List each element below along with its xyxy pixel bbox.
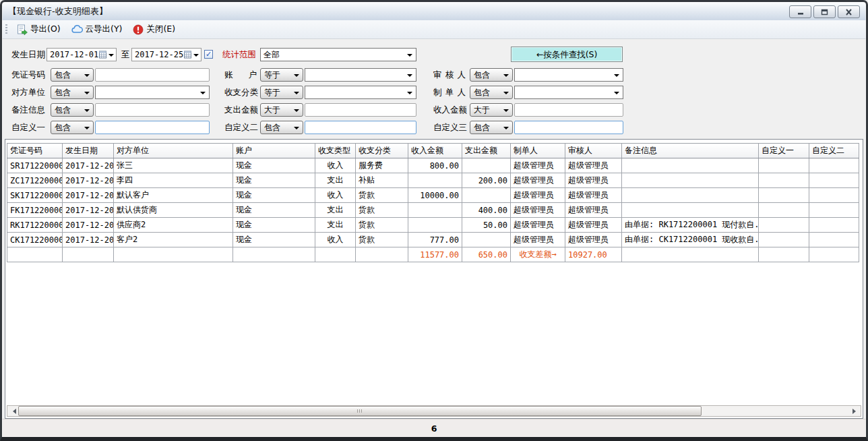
table-row[interactable]: CK17122000012017-12-20客户2现金收入货款777.00超级管… [7, 233, 859, 247]
close-button[interactable] [838, 5, 860, 18]
horizontal-scrollbar[interactable] [7, 405, 861, 417]
scope-select[interactable]: 全部 [260, 48, 416, 61]
cell-voucher[interactable]: SK1712200001 [7, 188, 63, 203]
cell-party[interactable]: 供应商2 [114, 218, 233, 233]
cell-type[interactable]: 收入 [315, 158, 356, 173]
cell-maker[interactable]: 超级管理员 [511, 218, 565, 233]
filter-expense-amount-operator-select[interactable]: 大于 [260, 103, 303, 117]
cell-maker[interactable]: 超级管理员 [511, 188, 565, 203]
cell-type[interactable]: 支出 [315, 173, 356, 188]
cell-category[interactable]: 货款 [356, 233, 408, 247]
cell-custom1[interactable] [759, 233, 809, 247]
filter-party-operator-select[interactable]: 包含 [51, 86, 94, 99]
cell-expense[interactable] [462, 188, 511, 203]
filter-income-amount-input[interactable] [514, 103, 623, 117]
cell-custom2[interactable] [809, 203, 859, 218]
cell-party[interactable]: 默认供货商 [114, 203, 233, 218]
filter-maker-select[interactable] [514, 86, 623, 99]
cell-category[interactable]: 补贴 [356, 173, 408, 188]
filter-voucher-no-input[interactable] [95, 68, 210, 82]
cell-checker[interactable]: 超级管理员 [565, 233, 622, 247]
cell-maker[interactable]: 超级管理员 [511, 203, 565, 218]
column-header-memo[interactable]: 备注信息 [622, 144, 759, 158]
filter-checker-select[interactable] [514, 68, 623, 82]
title-bar[interactable]: 【现金银行-收支明细表】 [2, 2, 866, 21]
cell-custom1[interactable] [759, 218, 809, 233]
column-header-custom2[interactable]: 自定义二 [809, 144, 859, 158]
search-by-condition-button[interactable]: ←按条件查找(S) [511, 47, 623, 62]
cell-account[interactable]: 现金 [233, 158, 315, 173]
cell-income[interactable]: 10000.00 [408, 188, 462, 203]
cell-income[interactable] [408, 218, 462, 233]
close-report-button[interactable]: 关闭(E) [127, 22, 181, 36]
scroll-left-button[interactable] [7, 406, 18, 416]
cell-checker[interactable]: 超级管理员 [565, 218, 622, 233]
calendar-icon[interactable] [184, 51, 191, 59]
cell-income[interactable]: 777.00 [408, 233, 462, 247]
cell-voucher[interactable]: CK1712200001 [7, 233, 63, 247]
cell-date[interactable]: 2017-12-20 [63, 188, 114, 203]
cell-party[interactable]: 李四 [114, 173, 233, 188]
filter-custom1-input[interactable] [95, 121, 210, 134]
filter-custom2-input[interactable] [305, 121, 416, 134]
cell-party[interactable]: 默认客户 [114, 188, 233, 203]
cell-voucher[interactable]: ZC1712200001 [7, 173, 63, 188]
cell-income[interactable] [408, 173, 462, 188]
filter-custom3-input[interactable] [514, 121, 623, 134]
date-from-input[interactable]: 2017-12-01 [46, 48, 117, 61]
cell-date[interactable]: 2017-12-20 [63, 203, 114, 218]
cell-custom1[interactable] [759, 158, 809, 173]
cell-date[interactable]: 2017-12-20 [63, 218, 114, 233]
filter-memo-operator-select[interactable]: 包含 [51, 103, 94, 117]
cell-income[interactable]: 800.00 [408, 158, 462, 173]
cell-category[interactable]: 货款 [356, 203, 408, 218]
cell-custom2[interactable] [809, 158, 859, 173]
column-header-income[interactable]: 收入金额 [408, 144, 462, 158]
table-row[interactable]: RK17122000012017-12-20供应商2现金支出货款50.00超级管… [7, 218, 859, 233]
cell-custom2[interactable] [809, 233, 859, 247]
column-header-category[interactable]: 收支分类 [356, 144, 408, 158]
filter-custom1-operator-select[interactable]: 包含 [51, 121, 94, 134]
cell-account[interactable]: 现金 [233, 203, 315, 218]
filter-memo-input[interactable] [95, 103, 210, 117]
cell-category[interactable]: 货款 [356, 218, 408, 233]
cell-type[interactable]: 支出 [315, 203, 356, 218]
cell-memo[interactable] [622, 203, 759, 218]
column-header-date[interactable]: 发生日期 [63, 144, 114, 158]
cell-category[interactable]: 货款 [356, 188, 408, 203]
table-row[interactable]: FK17122000012017-12-20默认供货商现金支出货款400.00超… [7, 203, 859, 218]
cell-account[interactable]: 现金 [233, 188, 315, 203]
table-row[interactable]: SR17122000012017-12-20张三现金收入服务费800.00超级管… [7, 158, 859, 173]
filter-custom3-operator-select[interactable]: 包含 [470, 121, 513, 134]
cell-expense[interactable]: 50.00 [462, 218, 511, 233]
cell-custom2[interactable] [809, 218, 859, 233]
cell-type[interactable]: 收入 [315, 188, 356, 203]
cell-memo[interactable] [622, 188, 759, 203]
filter-expense-amount-input[interactable] [305, 103, 416, 117]
cell-custom1[interactable] [759, 203, 809, 218]
cell-date[interactable]: 2017-12-20 [63, 173, 114, 188]
table-row[interactable]: ZC17122000012017-12-20李四现金支出补贴200.00超级管理… [7, 173, 859, 188]
cell-maker[interactable]: 超级管理员 [511, 233, 565, 247]
cell-memo[interactable] [622, 158, 759, 173]
filter-party-select[interactable] [95, 86, 210, 99]
cell-type[interactable]: 支出 [315, 218, 356, 233]
cell-memo[interactable]: 由单据: CK1712200001 现收款自... [622, 233, 759, 247]
column-header-party[interactable]: 对方单位 [114, 144, 233, 158]
toolbar-grip-icon[interactable] [5, 24, 7, 34]
cloud-export-button[interactable]: 云导出(Y) [66, 22, 128, 36]
column-header-maker[interactable]: 制单人 [511, 144, 565, 158]
table-row[interactable]: SK17122000012017-12-20默认客户现金收入货款10000.00… [7, 188, 859, 203]
restore-button[interactable] [813, 5, 836, 18]
date-filter-checkbox[interactable]: ✓ [204, 50, 213, 59]
cell-custom2[interactable] [809, 188, 859, 203]
cell-party[interactable]: 张三 [114, 158, 233, 173]
filter-checker-operator-select[interactable]: 包含 [470, 68, 513, 82]
cell-party[interactable]: 客户2 [114, 233, 233, 247]
calendar-icon[interactable] [99, 51, 106, 59]
filter-account-operator-select[interactable]: 等于 [260, 68, 303, 82]
filter-account-select[interactable] [305, 68, 416, 82]
column-header-custom1[interactable]: 自定义一 [759, 144, 809, 158]
filter-voucher-no-operator-select[interactable]: 包含 [51, 68, 94, 82]
column-header-expense[interactable]: 支出金额 [462, 144, 511, 158]
